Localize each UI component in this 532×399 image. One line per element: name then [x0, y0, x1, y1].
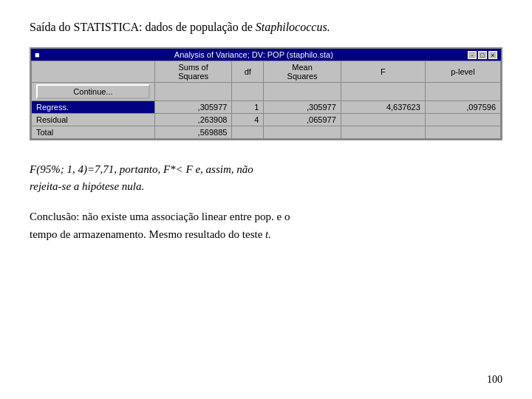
- sums-cell: ,263908: [154, 114, 232, 126]
- italic-line1: F(95%; 1, 4)=7,71, portanto, F*< F e, as…: [30, 163, 253, 175]
- table-row: Continue...: [32, 83, 501, 101]
- table-header-row: Sums ofSquares df MeanSquares F p-level: [32, 61, 501, 83]
- title-italic: Staphilococcus.: [256, 21, 330, 33]
- row-label-regress: Regress.: [32, 101, 155, 114]
- col-header-df: df: [232, 61, 264, 83]
- maximize-button[interactable]: □: [478, 51, 487, 59]
- col-header-sums: Sums ofSquares: [154, 61, 232, 83]
- p-cell: [425, 83, 500, 101]
- mean-cell: [264, 126, 341, 139]
- statistica-window: ■ Analysis of Variance; DV: POP (staphil…: [30, 47, 502, 140]
- italic-paragraph: F(95%; 1, 4)=7,71, portanto, F*< F e, as…: [30, 161, 502, 194]
- df-cell: [232, 126, 264, 139]
- table-row: Residual ,263908 4 ,065977: [32, 114, 501, 126]
- col-header-p: p-level: [425, 61, 500, 83]
- f-cell: 4,637623: [341, 101, 425, 114]
- window-titlebar: ■ Analysis of Variance; DV: POP (staphil…: [31, 49, 501, 61]
- page-content: Saída do STATISTICA: dados de população …: [0, 0, 532, 258]
- f-cell: [341, 126, 425, 139]
- page-number: 100: [487, 374, 502, 386]
- sums-cell: ,569885: [154, 126, 232, 139]
- title-text-before: Saída do STATISTICA: dados de população …: [30, 21, 256, 33]
- conclusion-line2: tempo de armazenamento. Mesmo resultado …: [30, 228, 265, 240]
- col-header-f: F: [341, 61, 425, 83]
- titlebar-text: Analysis of Variance; DV: POP (staphilo.…: [174, 50, 333, 59]
- table-row: Regress. ,305977 1 ,305977 4,637623 ,097…: [32, 101, 501, 114]
- p-cell: [425, 126, 500, 139]
- continue-button[interactable]: Continue...: [36, 84, 150, 99]
- sums-cell: ,305977: [154, 101, 232, 114]
- mean-cell: [264, 83, 341, 101]
- conclusion-italic: t.: [265, 228, 271, 240]
- page-title: Saída do STATISTICA: dados de população …: [30, 21, 502, 34]
- table-row: Total ,569885: [32, 126, 501, 139]
- anova-table: Sums ofSquares df MeanSquares F p-level …: [31, 61, 501, 139]
- continue-cell: Continue...: [32, 83, 155, 101]
- conclusion-paragraph: Conclusão: não existe uma associação lin…: [30, 208, 502, 243]
- titlebar-buttons: - □ ×: [468, 51, 497, 59]
- mean-cell: ,065977: [264, 114, 341, 126]
- df-cell: 1: [232, 101, 264, 114]
- col-header-label: [32, 61, 155, 83]
- row-label-total: Total: [32, 126, 155, 139]
- sums-cell: [154, 83, 232, 101]
- italic-line2: rejeita-se a hipótese nula.: [30, 180, 144, 192]
- col-header-mean: MeanSquares: [264, 61, 341, 83]
- window-body: Sums ofSquares df MeanSquares F p-level …: [31, 61, 501, 139]
- p-cell: [425, 114, 500, 126]
- titlebar-icon: ■: [35, 50, 40, 59]
- row-label-residual: Residual: [32, 114, 155, 126]
- f-cell: [341, 114, 425, 126]
- f-cell: [341, 83, 425, 101]
- mean-cell: ,305977: [264, 101, 341, 114]
- conclusion-line1: Conclusão: não existe uma associação lin…: [30, 211, 290, 222]
- minimize-button[interactable]: -: [468, 51, 477, 59]
- close-button[interactable]: ×: [488, 51, 497, 59]
- p-cell: ,097596: [425, 101, 500, 114]
- df-cell: 4: [232, 114, 264, 126]
- df-cell: [232, 83, 264, 101]
